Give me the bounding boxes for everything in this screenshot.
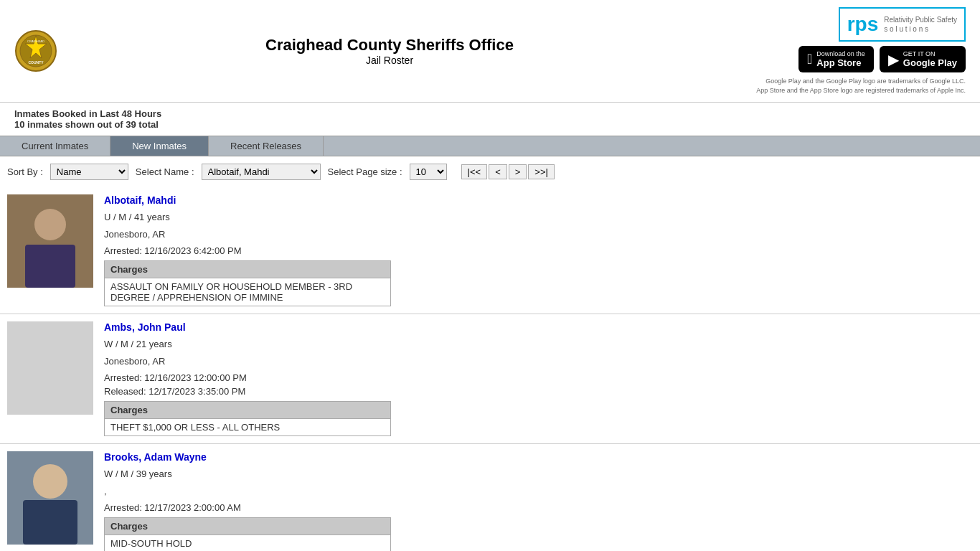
- inmate-entry: Brooks, Adam Wayne W / M / 39 years , Ar…: [0, 444, 980, 551]
- page-subtitle: Jail Roster: [57, 55, 722, 66]
- navigation-tabs: Current Inmates New Inmates Recent Relea…: [0, 136, 980, 156]
- pagination-next[interactable]: >: [509, 164, 527, 179]
- inmate-photo-svg: [7, 451, 93, 545]
- app-store-button[interactable]:  Download on the App Store: [798, 46, 874, 72]
- charges-body: ASSAULT ON FAMILY OR HOUSEHOLD MEMBER - …: [105, 278, 390, 306]
- rps-short-text: rps: [847, 13, 879, 36]
- google-play-icon: ▶: [888, 51, 899, 68]
- trademark-text: Google Play and the Google Play logo are…: [756, 77, 966, 95]
- select-name-select[interactable]: Albotaif, Mahdi Ambs, John Paul Brooks, …: [202, 164, 321, 180]
- inmate-location: Jonesboro, AR: [104, 227, 973, 242]
- inmate-released: Released: 12/17/2023 3:35:00 PM: [104, 386, 973, 397]
- page-size-select[interactable]: 10 25 50 100: [410, 164, 447, 180]
- inmate-info: Albotaif, Mahdi U / M / 41 years Jonesbo…: [104, 194, 973, 306]
- inmates-summary-line2: 10 inmates shown out of 39 total: [14, 119, 966, 130]
- sheriff-badge-container: COUNTY CRAIGHEAD: [14, 29, 57, 72]
- inmate-info: Ambs, John Paul W / M / 21 years Jonesbo…: [104, 321, 973, 436]
- charges-header: Charges: [105, 402, 390, 419]
- charges-table: Charges THEFT $1,000 OR LESS - ALL OTHER…: [104, 401, 391, 436]
- inmate-name[interactable]: Brooks, Adam Wayne: [104, 451, 973, 463]
- inmate-location: ,: [104, 484, 973, 499]
- pagination-first[interactable]: |<<: [461, 164, 488, 179]
- header-right-block: rps Relativity Public Safety s o l u t i…: [722, 7, 966, 95]
- svg-text:COUNTY: COUNTY: [28, 60, 44, 65]
- sort-by-label: Sort By :: [7, 166, 43, 177]
- inmate-photo-svg: [7, 194, 93, 288]
- charges-header: Charges: [105, 261, 390, 278]
- sheriff-badge-icon: COUNTY CRAIGHEAD: [14, 29, 57, 72]
- inmate-list: Albotaif, Mahdi U / M / 41 years Jonesbo…: [0, 187, 980, 551]
- inmate-entry: Albotaif, Mahdi U / M / 41 years Jonesbo…: [0, 187, 980, 314]
- tab-recent-releases[interactable]: Recent Releases: [209, 136, 324, 156]
- inmate-photo: [7, 451, 93, 545]
- page-title: Craighead County Sheriffs Office: [57, 36, 722, 55]
- charges-header: Charges: [105, 518, 390, 535]
- inmate-arrested: Arrested: 12/17/2023 2:00:00 AM: [104, 502, 973, 513]
- inmate-entry: Ambs, John Paul W / M / 21 years Jonesbo…: [0, 314, 980, 444]
- google-play-button[interactable]: ▶ GET IT ON Google Play: [880, 46, 966, 72]
- inmate-race-gender-age: W / M / 39 years: [104, 467, 973, 481]
- page-size-label: Select Page size :: [328, 166, 402, 177]
- charges-body: THEFT $1,000 OR LESS - ALL OTHERS: [105, 419, 390, 435]
- svg-point-6: [34, 209, 66, 240]
- google-play-text: GET IT ON Google Play: [903, 50, 957, 68]
- svg-rect-8: [25, 245, 75, 288]
- apple-icon: : [807, 51, 812, 67]
- tab-current-inmates[interactable]: Current Inmates: [0, 136, 110, 156]
- charges-table: Charges ASSAULT ON FAMILY OR HOUSEHOLD M…: [104, 260, 391, 306]
- charges-body: MID-SOUTH HOLD: [105, 535, 390, 551]
- svg-point-10: [33, 464, 67, 499]
- rps-logo: rps Relativity Public Safety s o l u t i…: [839, 7, 966, 42]
- inmate-photo: [7, 194, 93, 288]
- svg-rect-12: [23, 500, 77, 545]
- inmate-race-gender-age: U / M / 41 years: [104, 210, 973, 225]
- page-header: COUNTY CRAIGHEAD Craighead County Sherif…: [0, 0, 980, 103]
- inmate-arrested: Arrested: 12/16/2023 6:42:00 PM: [104, 245, 973, 256]
- tab-new-inmates[interactable]: New Inmates: [110, 136, 209, 156]
- select-name-label: Select Name :: [136, 166, 194, 177]
- inmate-location: Jonesboro, AR: [104, 354, 973, 369]
- controls-bar: Sort By : Name Arrest Date Release Date …: [0, 156, 980, 187]
- pagination-last[interactable]: >>|: [528, 164, 555, 179]
- inmate-arrested: Arrested: 12/16/2023 12:00:00 PM: [104, 372, 973, 383]
- app-download-buttons:  Download on the App Store ▶ GET IT ON …: [798, 46, 966, 72]
- page-title-block: Craighead County Sheriffs Office Jail Ro…: [57, 36, 722, 66]
- pagination-buttons: |<< < > >>|: [461, 164, 555, 179]
- inmate-name[interactable]: Albotaif, Mahdi: [104, 194, 973, 206]
- app-store-text: Download on the App Store: [816, 50, 865, 68]
- svg-text:CRAIGHEAD: CRAIGHEAD: [27, 39, 44, 43]
- charges-table: Charges MID-SOUTH HOLD: [104, 517, 391, 551]
- inmates-summary-bar: Inmates Booked in Last 48 Hours 10 inmat…: [0, 103, 980, 136]
- inmate-name[interactable]: Ambs, John Paul: [104, 321, 973, 333]
- rps-full-text: Relativity Public Safety s o l u t i o n…: [884, 15, 957, 34]
- sort-by-select[interactable]: Name Arrest Date Release Date: [50, 164, 128, 180]
- inmate-photo-placeholder: [7, 321, 93, 415]
- pagination-prev[interactable]: <: [489, 164, 507, 179]
- inmate-race-gender-age: W / M / 21 years: [104, 337, 973, 352]
- inmate-info: Brooks, Adam Wayne W / M / 39 years , Ar…: [104, 451, 973, 551]
- inmates-summary-line1: Inmates Booked in Last 48 Hours: [14, 108, 966, 119]
